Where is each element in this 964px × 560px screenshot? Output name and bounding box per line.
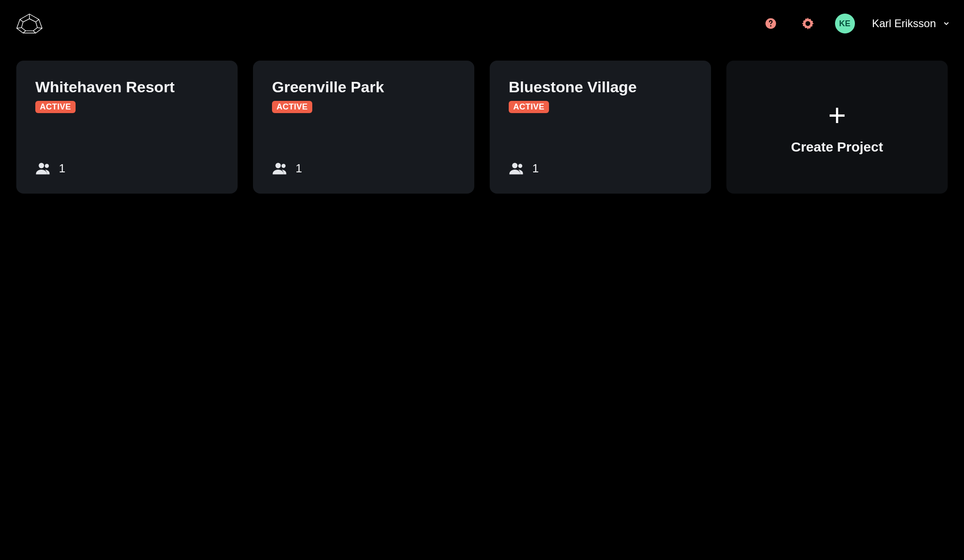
settings-button[interactable]	[798, 14, 818, 33]
gear-icon	[801, 16, 815, 31]
help-button[interactable]	[761, 14, 781, 33]
header: KE Karl Eriksson	[0, 0, 964, 47]
project-title: Bluestone Village	[509, 78, 692, 96]
svg-point-14	[512, 163, 518, 168]
members-icon	[509, 160, 525, 176]
help-icon	[764, 17, 777, 30]
project-footer: 1	[509, 160, 692, 176]
svg-line-1	[36, 19, 39, 22]
svg-point-13	[282, 164, 286, 168]
projects-grid: Whitehaven Resort ACTIVE 1 Greenville Pa…	[0, 47, 964, 207]
status-badge: ACTIVE	[272, 101, 312, 113]
project-title: Whitehaven Resort	[35, 78, 219, 96]
project-footer: 1	[272, 160, 455, 176]
svg-point-15	[518, 164, 522, 168]
user-avatar[interactable]: KE	[835, 14, 855, 33]
svg-point-12	[276, 163, 281, 168]
header-right: KE Karl Eriksson	[761, 14, 950, 33]
create-project-card[interactable]: + Create Project	[726, 61, 948, 194]
svg-point-8	[770, 25, 771, 27]
plus-icon: +	[828, 100, 846, 130]
member-count: 1	[296, 161, 302, 176]
project-card[interactable]: Whitehaven Resort ACTIVE 1	[16, 61, 238, 194]
members-icon	[35, 160, 52, 176]
member-count: 1	[59, 161, 65, 176]
status-badge: ACTIVE	[35, 101, 76, 113]
logo-icon	[14, 12, 45, 35]
members-icon	[272, 160, 288, 176]
svg-line-2	[38, 28, 43, 28]
project-footer: 1	[35, 160, 219, 176]
svg-point-10	[39, 163, 44, 168]
svg-point-11	[45, 164, 49, 168]
user-menu[interactable]: Karl Eriksson	[872, 17, 950, 30]
user-initials: KE	[839, 19, 850, 28]
user-name: Karl Eriksson	[872, 17, 936, 30]
svg-line-3	[33, 31, 36, 33]
project-title: Greenville Park	[272, 78, 455, 96]
svg-line-6	[20, 19, 23, 22]
svg-line-5	[17, 28, 22, 28]
app-logo[interactable]	[14, 12, 45, 35]
svg-point-9	[805, 21, 810, 26]
project-card[interactable]: Greenville Park ACTIVE 1	[253, 61, 474, 194]
member-count: 1	[532, 161, 539, 176]
chevron-down-icon	[942, 19, 950, 28]
project-card[interactable]: Bluestone Village ACTIVE 1	[490, 61, 711, 194]
svg-line-4	[23, 31, 26, 33]
create-project-label: Create Project	[791, 139, 883, 155]
status-badge: ACTIVE	[509, 101, 549, 113]
